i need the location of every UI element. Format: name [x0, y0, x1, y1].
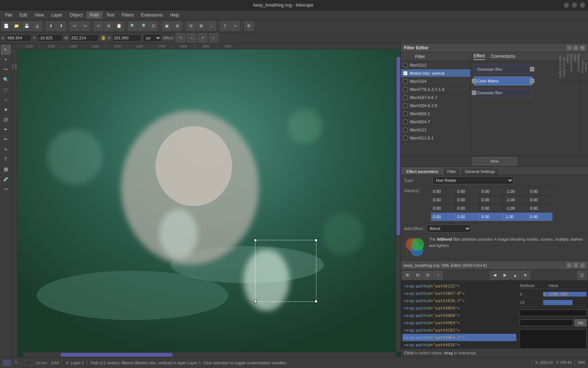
- select-tool[interactable]: ↖: [1, 45, 11, 54]
- set-button[interactable]: Set: [574, 319, 587, 326]
- filter-item-4311[interactable]: filter4311-5-1: [401, 134, 470, 142]
- tweak-tool[interactable]: 〜: [1, 65, 11, 74]
- menu-filters[interactable]: Filters: [118, 11, 137, 19]
- xml-duplicate[interactable]: ⧉: [423, 271, 433, 280]
- copy-button[interactable]: ⧉: [104, 21, 114, 31]
- filter-item-6650[interactable]: filter6650-1: [401, 110, 470, 118]
- affect-btn2[interactable]: ↔: [187, 33, 196, 43]
- vertical-scrollbar[interactable]: [395, 55, 401, 352]
- xml-down[interactable]: ▼: [521, 271, 530, 280]
- xml-new-element[interactable]: ⊞: [402, 271, 412, 280]
- text-tool[interactable]: T: [1, 154, 11, 164]
- panel-close[interactable]: ×: [580, 45, 585, 50]
- zoom-in-button[interactable]: 🔍: [128, 21, 137, 31]
- xml-item-path4964-1[interactable]: <svg:path id="path4964-1">: [402, 334, 516, 341]
- preferences-button[interactable]: ⚙: [244, 21, 254, 31]
- attr-row-d[interactable]: d m 1100.280: [520, 290, 587, 298]
- text-tool-tb[interactable]: T: [220, 21, 230, 31]
- add-effect-select[interactable]: Blend Color Matrix Gaussian Blur Morphol…: [427, 224, 471, 233]
- filter-item-5104[interactable]: filter5104: [401, 77, 470, 85]
- menu-layer[interactable]: Layer: [48, 11, 66, 19]
- effect-node-gaussianblur2[interactable]: Gaussian Blur: [474, 88, 533, 97]
- xml-restore[interactable]: ○: [573, 263, 578, 268]
- panel-minimize[interactable]: −: [567, 45, 572, 50]
- node-connector-in3[interactable]: [472, 91, 476, 95]
- minimize-button[interactable]: ─: [564, 3, 569, 8]
- attr-value-input[interactable]: [520, 319, 573, 326]
- canvas-viewport[interactable]: [18, 49, 401, 357]
- attr-row-id[interactable]: id: [520, 298, 587, 307]
- effect-params-tab[interactable]: Effect parameters: [402, 168, 442, 175]
- connector-tool[interactable]: ⊸: [1, 184, 11, 194]
- filter-check-5212[interactable]: [403, 63, 408, 67]
- xml-up[interactable]: ▲: [510, 271, 520, 280]
- menu-object[interactable]: Object: [66, 11, 86, 19]
- panel-maximize[interactable]: □: [573, 45, 578, 50]
- print-button[interactable]: 🖨: [32, 21, 42, 31]
- xml-item-path4850[interactable]: <svg:path id="path4850">: [402, 304, 516, 312]
- attr-name-input[interactable]: [520, 309, 587, 316]
- xml-item-path4916[interactable]: <svg:path id="path4916">: [402, 341, 516, 348]
- attr-id-value-bg[interactable]: [543, 300, 573, 305]
- redo-button[interactable]: ↪: [80, 21, 90, 31]
- filter-item-5212[interactable]: filter5212: [401, 61, 470, 69]
- calligraphy-tool[interactable]: ∿: [1, 144, 11, 154]
- distribute-button[interactable]: ⊠: [196, 21, 206, 31]
- attr-d-value[interactable]: m 1100.280: [543, 292, 587, 297]
- effect-node-gaussianblur1[interactable]: Gaussian Blur: [474, 65, 533, 74]
- filter-check-4187[interactable]: [403, 95, 408, 100]
- type-select[interactable]: Hue Rotate Saturate Luminance To Alpha M…: [433, 176, 513, 184]
- h-input[interactable]: [112, 34, 141, 42]
- horizontal-scrollbar[interactable]: [24, 352, 395, 357]
- align-button[interactable]: ⊟: [186, 21, 196, 31]
- xml-minimize[interactable]: ○: [567, 263, 572, 268]
- effect-tab[interactable]: Effect: [474, 53, 485, 60]
- spiral-tool[interactable]: @: [1, 114, 11, 124]
- filter-item-6654[interactable]: filter6654-7: [401, 118, 470, 126]
- maximize-button[interactable]: □: [572, 3, 577, 8]
- filter-check-5104[interactable]: [403, 79, 408, 84]
- node-connector-in2[interactable]: [472, 79, 476, 83]
- star-tool[interactable]: ★: [1, 105, 11, 114]
- node-edit-tb[interactable]: ⌖: [230, 21, 240, 31]
- connections-tab[interactable]: Connections: [491, 54, 515, 60]
- affect-btn4[interactable]: ↕: [209, 33, 218, 43]
- xml-delete[interactable]: ✕: [433, 271, 443, 280]
- zoom-tool[interactable]: 🔍: [1, 75, 11, 84]
- xml-new-text[interactable]: ⊟: [413, 271, 422, 280]
- affect-btn3[interactable]: ⤢: [198, 33, 207, 43]
- xml-tree[interactable]: <svg:path id="path6122"> <svg:path id="p…: [401, 281, 518, 348]
- xml-next[interactable]: ▶: [500, 271, 510, 280]
- group-button[interactable]: ▣: [162, 21, 172, 31]
- stroke-color-box[interactable]: [24, 360, 32, 366]
- cut-button[interactable]: ✂: [94, 21, 103, 31]
- ellipse-tool[interactable]: ○: [1, 95, 11, 104]
- filter-check-6650[interactable]: [403, 112, 408, 116]
- eyedropper-tool[interactable]: 💉: [1, 174, 11, 184]
- transform-button[interactable]: ↕: [207, 21, 216, 31]
- pencil-tool[interactable]: ✏: [1, 134, 11, 144]
- filter-tab[interactable]: Filter: [443, 168, 460, 175]
- filter-check-motion[interactable]: ✓: [403, 71, 408, 75]
- x-input[interactable]: [6, 34, 31, 42]
- filter-check-6654[interactable]: [403, 120, 408, 124]
- vscroll-thumb[interactable]: [397, 57, 400, 235]
- filter-item-6111[interactable]: filter6111: [401, 126, 470, 134]
- general-settings-tab[interactable]: General Settings: [461, 168, 499, 175]
- menu-help[interactable]: Help: [166, 11, 183, 19]
- save-button[interactable]: 💾: [22, 21, 32, 31]
- open-button[interactable]: 📁: [12, 21, 21, 31]
- lock-aspect-button[interactable]: 🔒: [100, 35, 106, 41]
- hscroll-thumb[interactable]: [61, 353, 172, 357]
- unit-select[interactable]: px mm cm: [143, 34, 161, 42]
- xml-item-path6122[interactable]: <svg:path id="path6122">: [402, 282, 516, 290]
- menu-edit[interactable]: Edit: [16, 11, 31, 19]
- filter-check-4778[interactable]: [403, 87, 408, 92]
- menu-extensions[interactable]: Extensions: [137, 11, 166, 19]
- zoom-out-button[interactable]: 🔎: [138, 21, 148, 31]
- xml-item-path2836[interactable]: <svg:path id="path2836-7">: [402, 297, 516, 304]
- import-button[interactable]: ⬇: [46, 21, 55, 31]
- new-filter-button[interactable]: New: [473, 157, 517, 165]
- node-connector-out1[interactable]: [530, 67, 534, 71]
- filter-item-motion-blur[interactable]: ✓ Motion blur, vertical: [401, 69, 470, 77]
